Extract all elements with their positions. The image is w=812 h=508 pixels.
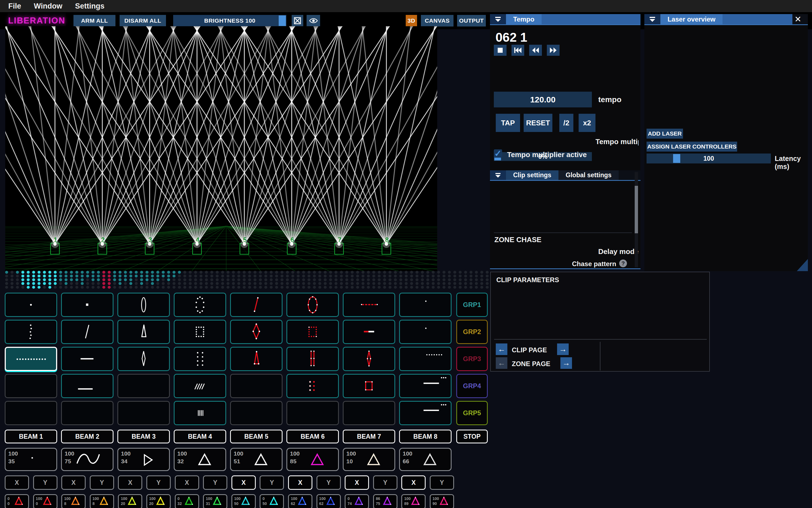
beam-2-button[interactable]: BEAM 2 — [61, 430, 114, 443]
stop-all-button[interactable]: STOP — [456, 430, 488, 443]
menu-file[interactable]: File — [8, 2, 21, 10]
color-clip-10[interactable]: 050 — [259, 494, 284, 508]
latency-handle[interactable] — [673, 154, 680, 163]
clip-cell-r3c5[interactable] — [230, 347, 283, 371]
clip-cell-r1c1[interactable] — [5, 293, 57, 317]
clip-cell-r3c4[interactable] — [174, 347, 226, 371]
beam-5-button[interactable]: BEAM 5 — [230, 430, 283, 443]
clip-cell-r1c6[interactable] — [286, 293, 339, 317]
clip-cell-r3c3[interactable] — [117, 347, 170, 371]
clip-cell-r5c5[interactable] — [230, 401, 283, 425]
clip-cell-r4c5[interactable] — [230, 374, 283, 398]
beam-7-preview-tile[interactable]: 10010 — [343, 448, 395, 471]
group-button-grp2[interactable]: GRP2 — [456, 320, 488, 344]
axis-y-button-5[interactable]: Y — [259, 475, 284, 490]
clip-cell-r5c4[interactable] — [174, 401, 226, 425]
color-clip-14[interactable]: 8675 — [373, 494, 398, 508]
group-button-grp1[interactable]: GRP1 — [456, 293, 488, 317]
color-clip-5[interactable]: 10020 — [118, 494, 142, 508]
axis-y-button-7[interactable]: Y — [373, 475, 398, 490]
clip-cell-r1c4[interactable] — [174, 293, 226, 317]
color-clip-11[interactable]: 10062 — [288, 494, 312, 508]
axis-x-button-6[interactable]: X — [288, 475, 312, 490]
settings-menu-icon[interactable] — [490, 170, 506, 180]
zone-page-next-button[interactable]: → — [560, 357, 572, 369]
color-clip-1[interactable]: 00 — [5, 494, 29, 508]
color-clip-12[interactable]: 10062 — [317, 494, 341, 508]
resize-handle[interactable] — [797, 259, 808, 271]
group-button-grp5[interactable]: GRP5 — [456, 401, 488, 425]
axis-x-button-5[interactable]: X — [232, 475, 256, 490]
latency-slider[interactable]: 100 — [647, 154, 771, 163]
tab-clip-settings[interactable]: Clip settings — [506, 170, 559, 180]
axis-x-button-8[interactable]: X — [401, 475, 425, 490]
tap-button[interactable]: TAP — [496, 114, 520, 132]
color-clip-2[interactable]: 1000 — [33, 494, 57, 508]
color-clip-16[interactable]: 10090 — [430, 494, 454, 508]
clip-cell-r4c4[interactable] — [174, 374, 226, 398]
beam-5-preview-tile[interactable]: 10051 — [230, 448, 283, 471]
fast-forward-button[interactable] — [547, 45, 560, 56]
color-clip-8[interactable]: 10031 — [203, 494, 227, 508]
clip-cell-r5c7[interactable] — [343, 401, 395, 425]
clip-cell-r3c7[interactable] — [343, 347, 395, 371]
tempo-multiplier-checkbox[interactable]: ✓ — [494, 150, 502, 158]
clip-cell-r3c1[interactable] — [5, 347, 57, 371]
canvas-button[interactable]: CANVAS — [421, 15, 453, 27]
panel-menu-icon[interactable] — [490, 14, 506, 24]
add-laser-button[interactable]: ADD LASER — [647, 129, 683, 139]
help-icon[interactable]: ? — [619, 259, 627, 267]
beam-3-button[interactable]: BEAM 3 — [117, 430, 170, 443]
tab-global-settings[interactable]: Global settings — [559, 170, 619, 180]
menu-settings[interactable]: Settings — [75, 2, 105, 10]
close-icon[interactable]: ✕ — [793, 14, 808, 24]
color-clip-7[interactable]: 032 — [175, 494, 199, 508]
tempo-tab[interactable]: Tempo — [506, 14, 541, 24]
axis-y-button-4[interactable]: Y — [203, 475, 227, 490]
beam-6-button[interactable]: BEAM 6 — [286, 430, 339, 443]
clip-cell-r5c3[interactable] — [117, 401, 170, 425]
color-clip-15[interactable]: 10089 — [401, 494, 425, 508]
clip-cell-r2c2[interactable] — [61, 320, 114, 344]
clip-page-next-button[interactable]: → — [557, 343, 569, 355]
brightness-slider[interactable]: BRIGHTNESS 100 — [173, 15, 286, 27]
beam-6-preview-tile[interactable]: 10085 — [286, 448, 339, 471]
scrollbar-thumb[interactable] — [635, 186, 638, 233]
group-button-grp4[interactable]: GRP4 — [456, 374, 488, 398]
scrollbar-track[interactable] — [635, 172, 638, 267]
laser-overview-titlebar[interactable]: Laser overview ✕ — [644, 14, 808, 25]
clip-cell-r1c5[interactable] — [230, 293, 283, 317]
axis-y-button-3[interactable]: Y — [147, 475, 171, 490]
view-3d-button[interactable]: 3D — [406, 15, 417, 27]
beam-1-preview-tile[interactable]: 10035 — [5, 448, 57, 471]
axis-y-button-6[interactable]: Y — [317, 475, 341, 490]
clip-cell-r3c6[interactable] — [286, 347, 339, 371]
skip-start-button[interactable] — [512, 45, 524, 56]
clip-cell-r1c7[interactable] — [343, 293, 395, 317]
axis-x-button-7[interactable]: X — [345, 475, 369, 490]
preview-button[interactable] — [307, 15, 320, 27]
output-button[interactable]: OUTPUT — [457, 15, 486, 27]
clip-cell-r2c7[interactable] — [343, 320, 395, 344]
clip-cell-r1c3[interactable] — [117, 293, 170, 317]
axis-x-button-1[interactable]: X — [5, 475, 29, 490]
clip-cell-r1c2[interactable] — [61, 293, 114, 317]
color-clip-6[interactable]: 10020 — [147, 494, 171, 508]
arm-all-button[interactable]: ARM ALL — [74, 15, 115, 27]
clip-cell-r2c5[interactable] — [230, 320, 283, 344]
beam-2-preview-tile[interactable]: 10075 — [61, 448, 114, 471]
beam-8-button[interactable]: BEAM 8 — [399, 430, 452, 443]
clip-cell-r4c2[interactable] — [61, 374, 114, 398]
assign-laser-controllers-button[interactable]: ASSIGN LASER CONTROLLERS — [647, 142, 737, 152]
axis-y-button-2[interactable]: Y — [90, 475, 114, 490]
clip-cell-r2c1[interactable] — [5, 320, 57, 344]
beam-8-preview-tile[interactable]: 10066 — [399, 448, 452, 471]
blackout-button[interactable] — [292, 15, 303, 27]
color-clip-13[interactable]: 074 — [345, 494, 369, 508]
tempo-double-button[interactable]: x2 — [579, 114, 596, 132]
clip-cell-r5c6[interactable] — [286, 401, 339, 425]
beam-1-button[interactable]: BEAM 1 — [5, 430, 57, 443]
clip-cell-r2c3[interactable] — [117, 320, 170, 344]
beam-4-button[interactable]: BEAM 4 — [174, 430, 226, 443]
axis-x-button-4[interactable]: X — [175, 475, 199, 490]
